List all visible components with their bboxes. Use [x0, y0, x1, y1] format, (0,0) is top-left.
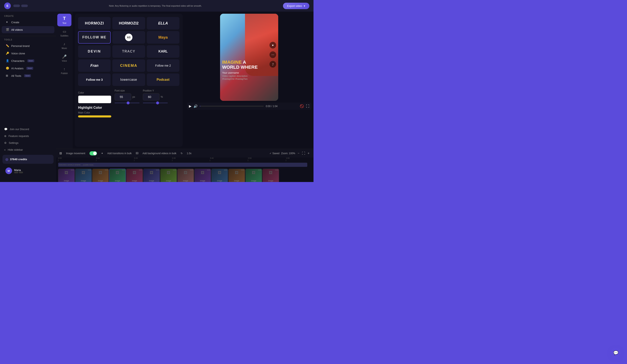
tool-nav-publish[interactable]: ↑ Publish [57, 65, 71, 77]
style-card-ali[interactable]: Ali [112, 31, 145, 44]
image-icon: 🖼 [65, 171, 68, 175]
timeline-toolbar: 🖼 Image movement ✦ Add transitions in bu… [56, 149, 314, 158]
create-section-label: CREATE [0, 15, 56, 17]
sidebar-item-settings[interactable]: ⚙ Settings [0, 139, 56, 146]
video-background: ♥ ⋯ ⤴ IMAGINE A WORLD WHERE Your usernam… [220, 14, 278, 101]
sidebar-item-hide-sidebar[interactable]: « Hide sidebar [0, 146, 56, 153]
timeline-image-label: image [268, 180, 273, 182]
sidebar-item-characters[interactable]: 👤 Characters Soon [2, 57, 54, 64]
main-color-bar[interactable] [78, 115, 111, 117]
style-card-devin[interactable]: DEVIN [78, 45, 111, 58]
sidebar-item-label: AI Avatars [11, 67, 23, 70]
sidebar-item-discord[interactable]: 💬 Join our Discord [0, 126, 56, 133]
saved-badge: ✓ Saved [269, 152, 279, 155]
color-preview[interactable] [78, 95, 111, 103]
style-card-hormozi2[interactable]: HORMOZI2 [112, 17, 145, 30]
style-card-cinema[interactable]: CINEMA [112, 59, 145, 72]
timeline-image[interactable]: 🖼 image [126, 169, 143, 182]
sidebar-item-feature-requests[interactable]: ⊕ Feature requests [0, 133, 56, 139]
image-icon: 🖼 [167, 171, 170, 175]
fontsize-input[interactable] [115, 93, 131, 100]
timeline-image-dots [258, 170, 261, 170]
timeline-image[interactable]: 🖼 image [109, 169, 126, 182]
ruler-mark-60: 1:00 [286, 158, 312, 161]
ruler-mark-10: 0:10 [96, 158, 122, 161]
user-avatar: M [5, 168, 12, 174]
zoom-fit-button[interactable]: ⛶ [302, 151, 305, 155]
timeline-image[interactable]: 🖼 image [143, 169, 160, 182]
timeline-image[interactable]: 🖼 image [228, 169, 245, 182]
sidebar-item-all-tools[interactable]: ⊞ All Tools Soon [2, 72, 54, 79]
chat-icon[interactable]: ⋯ [269, 51, 276, 58]
heart-icon[interactable]: ♥ [269, 42, 276, 48]
style-card-tracy[interactable]: TRACY [112, 45, 145, 58]
timeline-image[interactable]: 🖼 image [177, 169, 194, 182]
fullscreen-button[interactable]: ⛶ [306, 104, 309, 108]
sidebar-item-voice-clone[interactable]: 🔑 Voice clone [2, 50, 54, 57]
video-overlay-text: IMAGINE A WORLD WHERE Your username Vide… [222, 60, 276, 80]
position-input[interactable] [143, 93, 159, 100]
background-videos-label[interactable]: Add background videos in bulk [142, 152, 176, 155]
timeline-image-dots [173, 170, 176, 170]
timeline-image-label: image [166, 180, 171, 182]
video-progress-fill [200, 106, 200, 106]
visibility-button[interactable]: 🚫 [300, 104, 304, 108]
timeline-image-label: image [200, 180, 205, 182]
timeline-image-label: image [81, 180, 86, 182]
style-card-fran[interactable]: Fran [78, 59, 111, 72]
image-icon: 🖼 [218, 171, 221, 175]
play-button[interactable]: ▶ [189, 104, 191, 108]
timeline-image-label: image [132, 180, 137, 182]
timeline-image[interactable]: 🖼 image [245, 169, 262, 182]
grid-icon: ⊞ [6, 74, 9, 77]
style-card-followme3[interactable]: Follow me 3 [78, 73, 111, 86]
sidebar-item-personal-brand[interactable]: ✏️ Personal brand [2, 42, 54, 49]
zoom-out-button[interactable]: － [297, 151, 300, 155]
settings-icon: ⚙ [4, 141, 7, 144]
volume-button[interactable]: 🔊 [194, 104, 198, 108]
style-card-maya[interactable]: Maya [147, 31, 179, 44]
zoom-in-button[interactable]: ＋ [307, 151, 310, 155]
image-movement-toggle[interactable] [90, 151, 97, 155]
style-card-lowercase[interactable]: lowercase [112, 73, 145, 86]
export-button[interactable]: Export video ▾ [283, 3, 309, 9]
timeline-image[interactable]: 🖼 image [160, 169, 177, 182]
timeline-image[interactable]: 🖼 image [75, 169, 92, 182]
timeline-image-dots [224, 170, 227, 170]
ruler-mark-20: 0:20 [134, 158, 160, 161]
timeline-image[interactable]: 🖼 image [92, 169, 109, 182]
fontsize-slider[interactable] [115, 102, 140, 103]
timeline-image[interactable]: 🖼 image [194, 169, 211, 182]
style-card-ella[interactable]: ELLA [147, 17, 179, 30]
style-card-hormozi1[interactable]: HORMOZI [78, 17, 111, 30]
position-slider[interactable] [143, 102, 168, 103]
tool-nav-music[interactable]: ♪ Music [57, 40, 71, 51]
timeline-image[interactable]: 🖼 image [58, 169, 75, 182]
style-label-fran: Fran [90, 63, 99, 68]
sidebar-item-create[interactable]: ✦ Create [2, 19, 54, 26]
credits-icon: ◎ [5, 157, 8, 161]
video-controls: ▶ 🔊 0:00 / 1:04 🚫 ⛶ [187, 102, 312, 110]
transitions-label[interactable]: Add transitions in bulk [107, 152, 132, 155]
credits-text: 37640 credits [10, 158, 27, 161]
style-card-podcast[interactable]: Podcast [147, 73, 179, 86]
tool-nav-voice[interactable]: 🎤 Voice [57, 52, 71, 64]
style-card-followme2[interactable]: Follow me 2 [147, 59, 179, 72]
person-icon: 👤 [6, 59, 9, 62]
tool-nav-text[interactable]: T Text [57, 14, 71, 26]
topbar-dot-1 [13, 4, 20, 7]
sidebar-item-ai-avatars[interactable]: 😊 AI Avatars Soon [2, 65, 54, 72]
timeline-image-dots [71, 170, 74, 170]
style-card-karl[interactable]: KARL [147, 45, 179, 58]
timeline-image[interactable]: 🖼 image [262, 169, 279, 182]
tool-nav-subtitles[interactable]: ▭ Subtitles [57, 27, 71, 39]
sidebar-item-all-videos[interactable]: 🎬 All videos [2, 26, 54, 33]
timeline-image[interactable]: 🖼 image [211, 169, 228, 182]
timeline-image-dots [139, 170, 142, 170]
style-card-followme[interactable]: FOLLOW ME [78, 31, 111, 44]
music-icon: ♪ [63, 42, 65, 46]
video-hashtags: #hastagOne #hastagTwo [222, 78, 276, 80]
ruler-mark-0: 0:00 [58, 158, 84, 161]
sidebar: CREATE ✦ Create 🎬 All videos TOOLS ✏️ Pe… [0, 12, 56, 182]
video-progress[interactable] [200, 106, 264, 106]
